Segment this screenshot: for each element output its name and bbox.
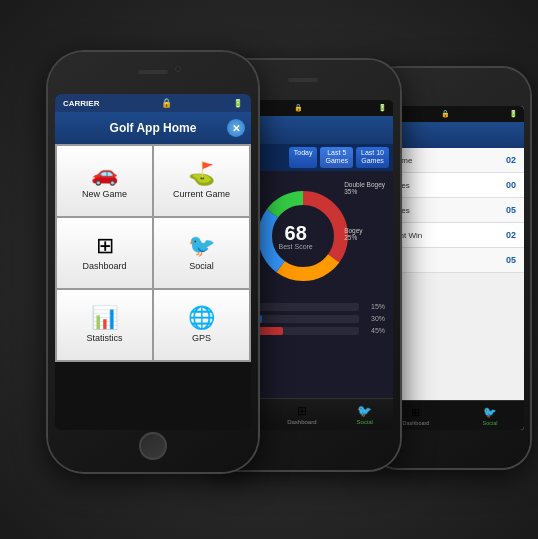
menu-item-dashboard[interactable]: ⊞ Dashboard [57, 218, 152, 288]
home-button[interactable] [139, 432, 167, 460]
right-tab-dashboard[interactable]: ⊞ Dashboard [403, 406, 430, 426]
gps-icon: 🌐 [188, 307, 215, 329]
current-game-label: Current Game [173, 189, 230, 199]
label-double-bogey: Double Bogey35% [344, 181, 385, 195]
app-header: Golf App Home ✕ [55, 112, 251, 144]
social-icon: 🐦 [188, 235, 215, 257]
menu-item-gps[interactable]: 🌐 GPS [154, 290, 249, 360]
best-score-label: Best Score [279, 243, 313, 251]
menu-item-new-game[interactable]: 🚗 New Game [57, 146, 152, 216]
close-icon: ✕ [232, 123, 240, 134]
tab-social[interactable]: 🐦 Social [357, 404, 373, 425]
statistics-icon: 📊 [91, 307, 118, 329]
chart-labels: Double Bogey35% Bogey25% [344, 181, 385, 241]
tab-last5[interactable]: Last 5Games [320, 147, 353, 168]
close-button[interactable]: ✕ [227, 119, 245, 137]
tab-last10[interactable]: Last 10Games [356, 147, 389, 168]
menu-item-social[interactable]: 🐦 Social [154, 218, 249, 288]
battery-icon: 🔋 [233, 99, 243, 108]
gps-label: GPS [192, 333, 211, 343]
main-grid-menu: 🚗 New Game ⛳ Current Game ⊞ Dashboard 🐦 … [55, 144, 251, 362]
donut-center: 68 Best Score [279, 223, 313, 251]
stat-pct: 15% [363, 303, 385, 310]
dashboard-label: Dashboard [82, 261, 126, 271]
phone-main: CARRIER 🔒 🔋 Golf App Home ✕ 🚗 New Game ⛳ [48, 52, 258, 472]
dashboard-icon: ⊞ [96, 235, 114, 257]
dashboard-icon: ⊞ [297, 404, 307, 418]
new-game-label: New Game [82, 189, 127, 199]
dashboard-icon: ⊞ [411, 406, 420, 419]
front-camera [175, 66, 181, 72]
status-bar: CARRIER 🔒 🔋 [55, 94, 251, 112]
social-icon: 🐦 [357, 404, 372, 418]
right-tab-social[interactable]: 🐦 Social [482, 406, 497, 426]
social-icon: 🐦 [483, 406, 497, 419]
label-bogey: Bogey25% [344, 227, 385, 241]
current-game-icon: ⛳ [188, 163, 215, 185]
social-label: Social [189, 261, 214, 271]
tab-dashboard[interactable]: ⊞ Dashboard [287, 404, 316, 425]
app-title: Golf App Home [110, 121, 197, 135]
lock-icon: 🔒 [161, 98, 172, 108]
scene: 🔒 🔋 ats a Game 02 Games 00 [0, 0, 538, 539]
speaker [288, 78, 318, 82]
stat-pct: 30% [363, 315, 385, 322]
carrier-text: CARRIER [63, 99, 99, 108]
menu-item-statistics[interactable]: 📊 Statistics [57, 290, 152, 360]
stat-pct: 45% [363, 327, 385, 334]
best-score-value: 68 [279, 223, 313, 243]
new-game-icon: 🚗 [91, 163, 118, 185]
tab-today[interactable]: Today [289, 147, 318, 168]
menu-item-current-game[interactable]: ⛳ Current Game [154, 146, 249, 216]
main-speaker [138, 70, 168, 74]
statistics-label: Statistics [86, 333, 122, 343]
